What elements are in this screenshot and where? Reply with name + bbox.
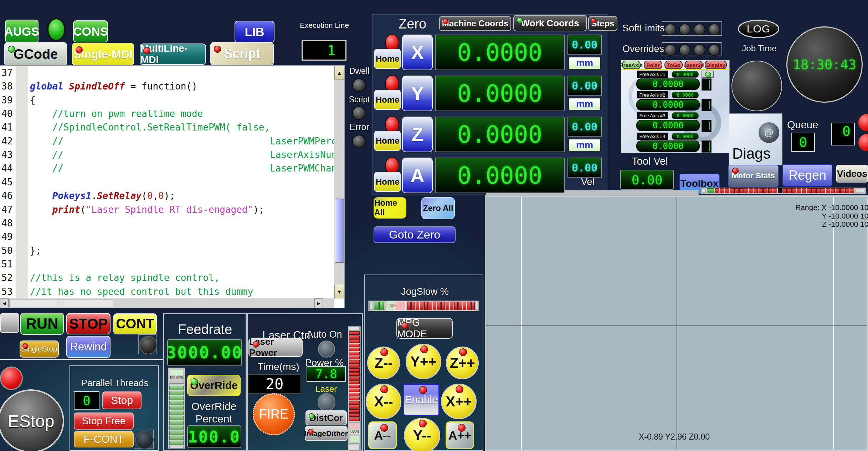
motor-stats-button[interactable]: Motor Stats xyxy=(728,165,779,187)
line-number: 39 xyxy=(1,95,12,106)
stop-free-button[interactable]: Stop Free xyxy=(74,412,134,430)
bar-segment xyxy=(720,188,724,193)
jog-button-Ymm[interactable]: Y-- xyxy=(404,418,440,451)
feedrate-slider[interactable]: 100.00% xyxy=(168,368,185,449)
machine-coords-button[interactable]: Machine Coords xyxy=(439,16,511,31)
cnc-control-window: AUGS CONS LIB GCode Single-MDI MultiLine… xyxy=(0,0,868,451)
free-axis-toggle[interactable] xyxy=(702,71,714,78)
slider-segment xyxy=(169,401,184,405)
vscroll-thumb[interactable] xyxy=(335,199,344,263)
override-button[interactable]: OverRide xyxy=(187,375,241,396)
estop-button[interactable]: EStop xyxy=(0,389,64,451)
steps-button[interactable]: Steps xyxy=(588,16,617,31)
slider-cap xyxy=(369,302,373,310)
free-axis-tab-freeaxis[interactable]: FreeAxis xyxy=(622,61,641,69)
laser-power-button[interactable]: Laser Power xyxy=(248,338,303,357)
axis-select-button-z[interactable]: Z xyxy=(402,117,433,152)
tab-gcode[interactable]: GCode xyxy=(4,42,67,66)
imagedither-button[interactable]: ImageDither xyxy=(305,426,348,441)
regen-progress-bar[interactable] xyxy=(700,188,866,194)
auto-on-knob[interactable] xyxy=(318,340,335,358)
jog-button-Xmm[interactable]: X-- xyxy=(366,384,401,419)
axis-select-button-y[interactable]: Y xyxy=(402,76,433,111)
code-line: //turn on pwm realtime mode xyxy=(30,108,203,119)
lib-button[interactable]: LIB xyxy=(235,21,274,43)
tool-vel-display: 0.00 xyxy=(620,170,674,190)
laser-slider-handle[interactable]: 7.80% xyxy=(349,422,360,444)
free-axis-tab-laser3d[interactable]: Laser3d xyxy=(685,61,703,69)
jog-enable-button[interactable]: Enable xyxy=(403,384,440,416)
script-editor[interactable]: 3738394041424344454647484950515253 globa… xyxy=(0,65,345,308)
slider-segment xyxy=(349,344,360,347)
mpg-mode-button[interactable]: MPG MODE xyxy=(396,318,453,339)
f-cont-button[interactable]: F-CONT xyxy=(74,431,134,447)
regen-button[interactable]: Regen xyxy=(782,164,832,186)
unit-button[interactable]: mm xyxy=(568,98,601,111)
free-axis-tab-togo[interactable]: ToGo xyxy=(664,61,683,69)
parallel-stop-button[interactable]: Stop xyxy=(102,391,142,409)
jog-dial-knob[interactable] xyxy=(731,61,782,111)
stop-button[interactable]: STOP xyxy=(66,313,111,334)
scroll-down-icon[interactable]: ▼ xyxy=(334,285,344,298)
diags-button[interactable]: @ Diags xyxy=(729,113,782,165)
motor-stats-led-icon xyxy=(732,168,739,174)
softlimits-led-group xyxy=(662,21,722,36)
editor-code-area[interactable]: global SpindleOff = function(){ //turn o… xyxy=(30,66,334,298)
jogslow-slider[interactable]: 11.52% xyxy=(368,301,479,311)
zero-all-button[interactable]: Zero All xyxy=(421,197,455,219)
augs-button[interactable]: AUGS xyxy=(5,20,38,43)
scroll-right-icon[interactable]: ► xyxy=(314,298,323,308)
jog-button-Zpp[interactable]: Z++ xyxy=(446,347,479,379)
unit-button[interactable]: mm xyxy=(568,139,601,152)
jogslow-label: JogSlow % xyxy=(400,286,450,297)
home-button[interactable]: Home xyxy=(374,90,401,110)
unit-button[interactable]: mm xyxy=(568,57,601,70)
bar-segment xyxy=(787,188,792,193)
jog-button-Ypp[interactable]: Y++ xyxy=(406,344,441,379)
code-segment: ( xyxy=(142,190,147,201)
distcor-button[interactable]: DistCor xyxy=(305,410,347,425)
goto-zero-button[interactable]: Goto Zero xyxy=(374,226,456,243)
jog-button-Amm[interactable]: A-- xyxy=(368,421,397,449)
jog-button-Xpp[interactable]: X++ xyxy=(441,384,477,419)
tab-single-mdi[interactable]: Single-MDI xyxy=(72,43,134,66)
fire-button[interactable]: FIRE xyxy=(253,393,295,435)
log-button[interactable]: LOG xyxy=(738,20,779,38)
line-number: 49 xyxy=(1,231,12,242)
home-button[interactable]: Home xyxy=(374,131,401,151)
cons-button[interactable]: CONS xyxy=(73,20,108,42)
tab-multiline-mdi[interactable]: MultiLine-MDI xyxy=(140,43,206,65)
parallel-knob[interactable] xyxy=(135,431,154,449)
home-button[interactable]: Home xyxy=(374,172,401,192)
axis-select-button-a[interactable]: A xyxy=(402,158,433,193)
jogslow-slider-handle[interactable]: 11.52% xyxy=(386,301,406,311)
free-axis-tab-polar[interactable]: Polar xyxy=(644,61,662,69)
feedrate-slider-handle[interactable]: 100.00% xyxy=(169,369,184,384)
laser-on-knob[interactable] xyxy=(318,393,335,411)
scroll-left-icon[interactable]: ◄ xyxy=(0,298,9,308)
work-coords-button[interactable]: Work Coords xyxy=(513,15,587,31)
videos-button[interactable]: Videos xyxy=(836,165,868,183)
toggle-led-icon xyxy=(705,72,711,78)
jog-button-App[interactable]: A++ xyxy=(446,421,474,449)
indicator-led-icon xyxy=(708,44,720,56)
rewind-button[interactable]: Rewind xyxy=(66,336,111,358)
laser-power-slider[interactable]: 7.80% xyxy=(348,326,361,451)
transport-blank-button[interactable] xyxy=(0,313,19,333)
home-button[interactable]: Home xyxy=(374,49,401,69)
cont-button[interactable]: CONT xyxy=(113,313,157,334)
editor-hscrollbar[interactable]: ◄ ||| ► xyxy=(0,298,334,308)
feedhold-knob[interactable] xyxy=(139,336,157,354)
slider-segment xyxy=(433,302,436,310)
code-segment: //SpindleControl.SetRealTimePWM( false, xyxy=(30,122,270,133)
tab-script[interactable]: Script xyxy=(210,42,274,66)
run-button[interactable]: RUN xyxy=(20,313,64,335)
axis-select-button-x[interactable]: X xyxy=(402,35,433,70)
free-axis-tab-display[interactable]: Display xyxy=(705,61,727,69)
jog-button-Zmm[interactable]: Z-- xyxy=(367,347,400,379)
home-all-button[interactable]: Home All xyxy=(374,197,406,219)
toolpath-view[interactable]: Range: X -10.0000 10.0000 Y -10.0000 10.… xyxy=(485,195,868,451)
single-step-button[interactable]: SingleStep xyxy=(20,340,59,358)
hscroll-thumb[interactable]: ||| xyxy=(9,299,113,307)
free-axis-side-box xyxy=(702,78,712,91)
